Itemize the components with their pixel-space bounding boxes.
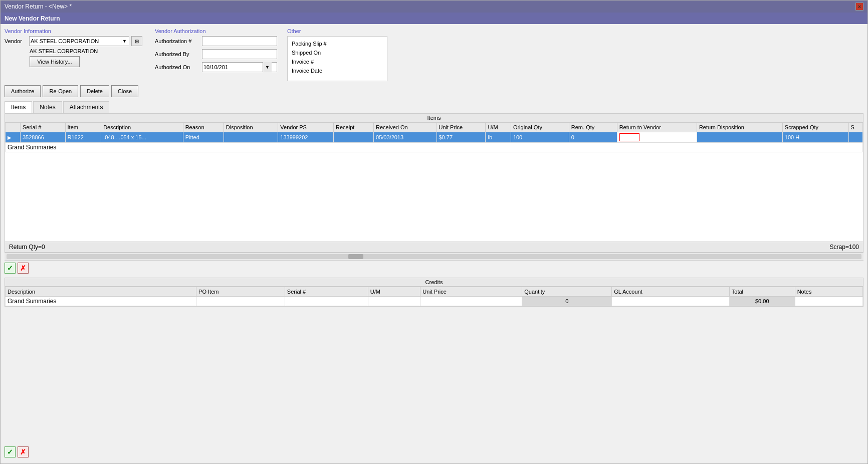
- auth-by-label: Authorized By: [155, 51, 200, 57]
- col-header-reason: Reason: [183, 123, 224, 132]
- row-original-qty: 100: [511, 132, 569, 143]
- vendor-section: Vendor Information Vendor AK STEEL CORPO…: [5, 28, 145, 81]
- grand-summaries-cell: Grand Summaries: [6, 143, 863, 152]
- expand-arrow-icon[interactable]: ▶: [8, 135, 12, 140]
- return-to-vendor-input[interactable]: [619, 133, 639, 141]
- other-section-label: Other: [287, 28, 387, 34]
- bottom-buttons-top: ✓ ✗: [5, 261, 863, 276]
- col-header-um: U/M: [486, 123, 511, 132]
- vendor-name-display: AK STEEL CORPORATION: [30, 48, 145, 54]
- table-row[interactable]: ▶ 3528866 R1622 .048 - .054 x 15... Pitt…: [6, 132, 863, 143]
- invoice-date-label: Invoice Date: [292, 68, 334, 74]
- credits-col-serial: Serial #: [285, 287, 368, 296]
- col-header-scrapped-qty: Scrapped Qty: [782, 123, 848, 132]
- view-history-button[interactable]: View History...: [30, 56, 80, 67]
- vendor-dropdown-text: AK STEEL CORPORATION: [31, 38, 121, 44]
- confirm-button-top[interactable]: ✓: [5, 263, 16, 274]
- col-header-vendor-ps: Vendor PS: [278, 123, 334, 132]
- auth-num-input[interactable]: [202, 36, 277, 46]
- tab-attachments[interactable]: Attachments: [63, 101, 110, 113]
- credits-col-gl-account: GL Account: [612, 287, 730, 296]
- grand-summaries-row: Grand Summaries: [6, 143, 863, 152]
- credits-col-unit-price: Unit Price: [420, 287, 522, 296]
- cancel-button-top[interactable]: ✗: [18, 263, 29, 274]
- shipped-on-label: Shipped On: [292, 50, 334, 56]
- other-section: Other Packing Slip # Shipped On Invoice …: [287, 28, 387, 81]
- bottom-buttons-bottom: ✓ ✗: [5, 444, 863, 459]
- row-unit-price: $0.77: [437, 132, 486, 143]
- title-bar: Vendor Return - <New> * ×: [1, 1, 867, 13]
- credits-gs-quantity: 0: [522, 296, 612, 306]
- items-panel: Items Serial # Item Description Reason D…: [5, 113, 863, 253]
- cancel-button-bottom[interactable]: ✗: [18, 446, 29, 457]
- auth-date-input[interactable]: [202, 64, 263, 70]
- credits-table: Description PO Item Serial # U/M Unit Pr…: [5, 287, 863, 306]
- credits-col-quantity: Quantity: [522, 287, 612, 296]
- col-header-unit-price: Unit Price: [437, 123, 486, 132]
- auth-num-row: Authorization #: [155, 36, 277, 46]
- credits-grand-summaries-cell: Grand Summaries: [6, 296, 196, 306]
- row-return-disposition: [697, 132, 782, 143]
- row-vendor-ps: 133999202: [278, 132, 334, 143]
- vendor-dropdown[interactable]: AK STEEL CORPORATION ▼: [29, 36, 129, 46]
- tab-content-items: Items Serial # Item Description Reason D…: [5, 113, 863, 459]
- col-header-original-qty: Original Qty: [511, 123, 569, 132]
- col-header-return-disposition: Return Disposition: [697, 123, 782, 132]
- auth-date-calendar-icon[interactable]: ▼: [263, 62, 272, 72]
- invoice-num-label: Invoice #: [292, 59, 334, 65]
- packing-slip-row: Packing Slip #: [292, 41, 383, 47]
- horizontal-scrollbar[interactable]: [5, 253, 863, 261]
- credits-gs-total: $0.00: [729, 296, 795, 306]
- vendor-browse-button[interactable]: ⊞: [131, 36, 142, 46]
- col-header-return-to-vendor: Return to Vendor: [617, 123, 697, 132]
- auth-section-label: Vendor Authorization: [155, 28, 277, 34]
- window-title: Vendor Return - <New> *: [5, 3, 72, 10]
- reopen-button[interactable]: Re-Open: [43, 85, 78, 97]
- row-receipt: [334, 132, 374, 143]
- main-window: Vendor Return - <New> * × New Vendor Ret…: [0, 0, 868, 464]
- auth-num-label: Authorization #: [155, 38, 200, 44]
- scroll-thumb[interactable]: [348, 254, 363, 259]
- invoice-num-row: Invoice #: [292, 59, 383, 65]
- invoice-date-row: Invoice Date: [292, 68, 383, 74]
- authorize-button[interactable]: Authorize: [5, 85, 41, 97]
- close-window-button[interactable]: ×: [855, 3, 863, 11]
- shipped-on-row: Shipped On: [292, 50, 383, 56]
- col-header-disposition: Disposition: [224, 123, 278, 132]
- other-box: Packing Slip # Shipped On Invoice # Invo…: [287, 36, 387, 81]
- close-button[interactable]: Close: [111, 85, 138, 97]
- delete-button[interactable]: Delete: [80, 85, 109, 97]
- credits-col-um: U/M: [368, 287, 420, 296]
- tab-items[interactable]: Items: [5, 101, 32, 113]
- form-area: Vendor Information Vendor AK STEEL CORPO…: [5, 28, 863, 81]
- credits-gs-notes: [795, 296, 862, 306]
- col-header-received-on: Received On: [374, 123, 437, 132]
- confirm-button-bottom[interactable]: ✓: [5, 446, 16, 457]
- tabs-bar: Items Notes Attachments: [5, 101, 863, 113]
- items-summary-bar: Return Qty=0 Scrap=100: [5, 242, 863, 252]
- spacer: [5, 307, 863, 445]
- col-header-rem-qty: Rem. Qty: [569, 123, 617, 132]
- packing-slip-label: Packing Slip #: [292, 41, 334, 47]
- items-table-wrapper[interactable]: Serial # Item Description Reason Disposi…: [5, 122, 863, 242]
- auth-by-input[interactable]: [202, 49, 277, 59]
- row-item: R1622: [65, 132, 101, 143]
- form-header: New Vendor Return: [1, 13, 867, 24]
- scroll-track: [7, 254, 861, 259]
- row-serial: 3528866: [21, 132, 66, 143]
- vendor-label: Vendor: [5, 38, 27, 44]
- credits-gs-serial: [285, 296, 368, 306]
- credits-gs-um: [368, 296, 420, 306]
- auth-date-wrapper: ▼: [202, 62, 277, 72]
- row-return-to-vendor: [617, 132, 697, 143]
- items-header: Items: [5, 114, 863, 122]
- credits-header: Credits: [5, 278, 863, 287]
- credits-col-po-item: PO Item: [196, 287, 285, 296]
- col-header-s: S: [848, 123, 862, 132]
- tab-notes[interactable]: Notes: [33, 101, 62, 113]
- credits-col-notes: Notes: [795, 287, 862, 296]
- credits-section: Credits Description PO Item Serial # U/M…: [5, 278, 863, 307]
- return-qty-summary: Return Qty=0: [9, 244, 45, 251]
- vendor-dropdown-arrow-icon[interactable]: ▼: [121, 39, 128, 44]
- credits-grand-summaries-label: Grand Summaries: [8, 298, 56, 305]
